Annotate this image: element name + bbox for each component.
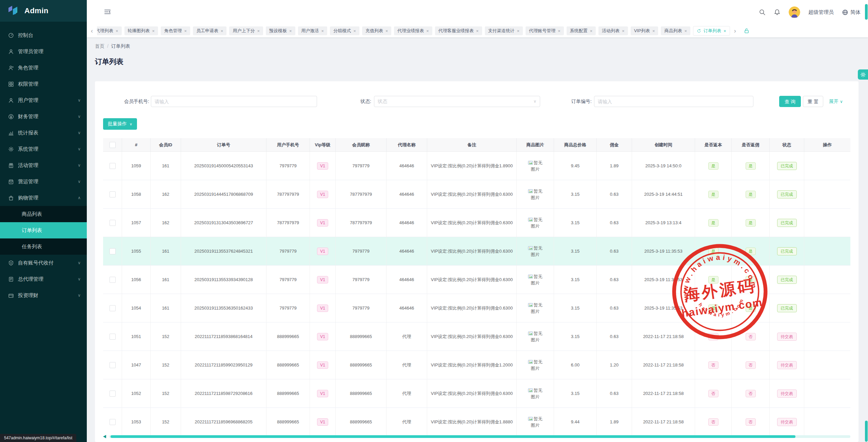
tab-close-icon[interactable]: × xyxy=(289,28,292,34)
sidebar-item-8[interactable]: 活动管理∨ xyxy=(0,157,87,173)
reset-button[interactable]: 重置 xyxy=(803,96,823,107)
row-checkbox[interactable] xyxy=(110,419,116,425)
tab-14[interactable]: 活动列表× xyxy=(598,26,628,35)
cell-agent-name: 464646 xyxy=(387,266,427,294)
tabs-lock-icon[interactable] xyxy=(744,28,750,34)
sidebar-item-10[interactable]: 购物管理∧ xyxy=(0,190,87,206)
tab-close-icon[interactable]: × xyxy=(517,28,520,34)
tab-close-icon[interactable]: × xyxy=(321,28,324,34)
tab-11[interactable]: 支付渠道统计× xyxy=(485,26,523,35)
table-row[interactable]: 10551612025031911355376248453217979779V1… xyxy=(103,237,850,266)
table-row[interactable]: 1051152202211172118593868164814888999665… xyxy=(103,322,850,351)
row-checkbox[interactable] xyxy=(110,277,116,283)
row-checkbox[interactable] xyxy=(110,334,116,340)
tab-close-icon[interactable]: × xyxy=(622,28,625,34)
sidebar-subitem-2[interactable]: 任务列表 xyxy=(0,238,87,255)
sidebar-item-6[interactable]: 统计报表∨ xyxy=(0,125,87,141)
search-button[interactable]: 查询 xyxy=(779,96,801,107)
table-row[interactable]: 10591612025031914500054205531437979779V1… xyxy=(103,152,850,180)
tab-6[interactable]: 用户激活× xyxy=(298,26,328,35)
tab-close-icon[interactable]: × xyxy=(684,28,687,34)
tab-3[interactable]: 员工申请表× xyxy=(193,26,227,35)
tab-2[interactable]: 角色管理× xyxy=(161,26,190,35)
status-select[interactable]: 状态 ∨ xyxy=(374,96,540,107)
tab-17[interactable]: 订单列表× xyxy=(693,26,730,36)
sidebar-item-5[interactable]: 财务管理∨ xyxy=(0,108,87,125)
tab-1[interactable]: 轮播图列表× xyxy=(124,26,158,35)
table-row[interactable]: 1058162202503191444517806868709787797979… xyxy=(103,180,850,209)
sidebar-item-13[interactable]: 投资理财∨ xyxy=(0,287,87,303)
bulk-actions-button[interactable]: 批量操作 ∨ xyxy=(103,118,137,130)
sidebar-subitem-1[interactable]: 订单列表 xyxy=(0,222,87,238)
tab-close-icon[interactable]: × xyxy=(221,28,223,34)
tab-close-icon[interactable]: × xyxy=(476,28,479,34)
sidebar-item-2[interactable]: 角色管理 xyxy=(0,60,87,76)
sidebar-collapse-icon[interactable] xyxy=(104,8,111,16)
table-row[interactable]: 10541612025031911355363501624337979779V1… xyxy=(103,294,850,322)
sidebar-item-3[interactable]: 权限管理 xyxy=(0,76,87,92)
tab-close-icon[interactable]: × xyxy=(426,28,429,34)
scrollbar-left-arrow-icon[interactable] xyxy=(103,435,106,438)
avatar[interactable] xyxy=(789,6,800,18)
sidebar-item-1[interactable]: 管理员管理 xyxy=(0,43,87,60)
tab-7[interactable]: 分组模式× xyxy=(330,26,359,35)
tab-close-icon[interactable]: × xyxy=(184,28,187,34)
tab-10[interactable]: 代理客服业绩报表× xyxy=(435,26,482,35)
tab-close-icon[interactable]: × xyxy=(590,28,593,34)
tab-close-icon[interactable]: × xyxy=(116,28,118,34)
tabs-scroll-right-icon[interactable]: › xyxy=(730,27,740,35)
expand-filters-link[interactable]: 展开∨ xyxy=(829,96,843,107)
sidebar-item-11[interactable]: 自有账号代收付∨ xyxy=(0,255,87,271)
tab-16[interactable]: 商品列表× xyxy=(661,26,690,35)
row-checkbox[interactable] xyxy=(110,248,116,254)
tab-close-icon[interactable]: × xyxy=(558,28,560,34)
table-row[interactable]: 1053152202211172118596968868205888999665… xyxy=(103,408,850,436)
vertical-scrollbar-thumb-bottom[interactable] xyxy=(865,421,868,442)
table-row[interactable]: 1047152202211172118599023950129888999665… xyxy=(103,351,850,379)
order-no-input[interactable] xyxy=(594,96,753,107)
cell-vip-level: V1 xyxy=(310,237,336,265)
tab-close-icon[interactable]: × xyxy=(652,28,655,34)
row-checkbox[interactable] xyxy=(110,163,116,169)
sidebar-item-9[interactable]: 营运管理∨ xyxy=(0,173,87,190)
row-checkbox[interactable] xyxy=(110,362,116,368)
tab-9[interactable]: 代理业绩报表× xyxy=(394,26,432,35)
row-checkbox[interactable] xyxy=(110,220,116,226)
table-row[interactable]: 10561612025031911355339343901287979779V1… xyxy=(103,266,850,294)
row-checkbox[interactable] xyxy=(110,391,116,397)
vertical-scrollbar-thumb-top[interactable] xyxy=(865,4,868,20)
sidebar-item-12[interactable]: 总代理管理∨ xyxy=(0,271,87,287)
tab-12[interactable]: 代理账号管理× xyxy=(526,26,564,35)
sidebar-item-7[interactable]: 系统管理∨ xyxy=(0,141,87,157)
logo[interactable]: Admin xyxy=(0,0,87,22)
tab-close-icon[interactable]: × xyxy=(353,28,356,34)
table-row[interactable]: 1057162202503191313043503696727787797979… xyxy=(103,209,850,237)
tabs-scroll-left-icon[interactable]: ‹ xyxy=(87,27,97,35)
tab-4[interactable]: 用户上下分× xyxy=(229,26,263,35)
current-user-name[interactable]: 超级管理员 xyxy=(808,9,834,16)
tab-close-icon[interactable]: × xyxy=(386,28,388,34)
sidebar-item-4[interactable]: 用户管理∨ xyxy=(0,92,87,108)
theme-settings-button[interactable] xyxy=(858,69,868,80)
tab-close-icon[interactable]: × xyxy=(257,28,260,34)
member-phone-input[interactable] xyxy=(151,96,317,107)
tab-13[interactable]: 系统配置× xyxy=(567,26,596,35)
select-all-checkbox[interactable] xyxy=(110,142,116,148)
notification-bell-icon[interactable] xyxy=(774,9,781,16)
cell-total-price: 3.15 xyxy=(554,379,597,407)
tab-5[interactable]: 预设模板× xyxy=(266,26,295,35)
table-row[interactable]: 1052152202211172118598729208616888999665… xyxy=(103,379,850,408)
tab-close-icon[interactable]: × xyxy=(152,28,155,34)
sidebar-item-0[interactable]: 控制台 xyxy=(0,27,87,43)
row-checkbox[interactable] xyxy=(110,305,116,311)
breadcrumb-home-link[interactable]: 首页 xyxy=(95,43,104,49)
language-switcher[interactable]: 简体 xyxy=(842,9,861,16)
tab-15[interactable]: VIP列表× xyxy=(631,26,658,35)
tab-0[interactable]: 代理列表× xyxy=(97,26,122,35)
search-icon[interactable] xyxy=(759,9,766,16)
scrollbar-thumb[interactable] xyxy=(111,435,795,438)
row-checkbox[interactable] xyxy=(110,191,116,197)
tab-close-icon[interactable]: × xyxy=(724,28,726,34)
sidebar-subitem-0[interactable]: 商品列表 xyxy=(0,206,87,222)
tab-8[interactable]: 充值列表× xyxy=(362,26,392,35)
